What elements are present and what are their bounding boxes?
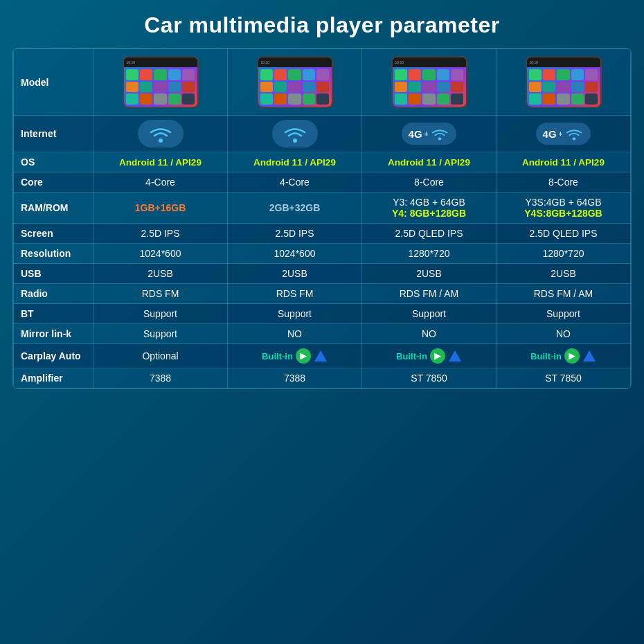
carplay-col2: Built-in ▶: [228, 344, 362, 368]
internet-col4: 4G +: [497, 116, 631, 152]
bt-row: BT Support Support Support Support: [14, 304, 631, 324]
svg-point-1: [293, 138, 297, 143]
model-label: Model: [14, 49, 93, 116]
svg-point-3: [573, 137, 575, 140]
model-col2: 10:10: [228, 49, 362, 116]
resolution-label: Resolution: [14, 244, 93, 264]
ramrom-col2: 2GB+32GB: [228, 193, 362, 224]
svg-marker-6: [583, 350, 596, 361]
bt-col1: Support: [93, 304, 228, 324]
usb-label: USB: [14, 264, 93, 284]
internet-label: Internet: [14, 116, 93, 152]
resolution-col2: 1024*600: [228, 244, 362, 264]
carplay-nav-icon2: [448, 350, 462, 362]
core-col1: 4-Core: [93, 172, 228, 193]
radio-col4: RDS FM / AM: [497, 284, 631, 304]
comparison-table: Model 10:10: [12, 48, 632, 389]
internet-row: Internet: [14, 116, 631, 152]
core-label: Core: [14, 172, 93, 193]
model-col3: 10:10: [362, 49, 497, 116]
carplay-col1: Optional: [93, 344, 228, 368]
carplay-nav-icon: [314, 350, 328, 362]
core-col4: 8-Core: [497, 172, 631, 193]
radio-col1: RDS FM: [93, 284, 228, 304]
screen-col4: 2.5D QLED IPS: [497, 224, 631, 244]
usb-col3: 2USB: [362, 264, 497, 284]
radio-col3: RDS FM / AM: [362, 284, 497, 304]
resolution-row: Resolution 1024*600 1024*600 1280*720 12…: [14, 244, 631, 264]
resolution-col3: 1280*720: [362, 244, 497, 264]
bt-col3: Support: [362, 304, 497, 324]
carplay-nav-icon3: [582, 350, 596, 362]
mirror-row: Mirror lin-k Support NO NO NO: [14, 324, 631, 344]
screen-label: Screen: [14, 224, 93, 244]
bt-col2: Support: [228, 304, 362, 324]
amplifier-col1: 7388: [93, 368, 228, 388]
screen-row: Screen 2.5D IPS 2.5D IPS 2.5D QLED IPS 2…: [14, 224, 631, 244]
core-col3: 8-Core: [362, 172, 497, 193]
carplay-play-icon3: ▶: [564, 348, 580, 364]
bt-col4: Support: [497, 304, 631, 324]
amplifier-col3: ST 7850: [362, 368, 497, 388]
model-row: Model 10:10: [14, 49, 631, 116]
mirror-col4: NO: [497, 324, 631, 344]
svg-marker-4: [314, 350, 327, 361]
os-col1: Android 11 / API29: [93, 152, 228, 172]
carplay-row: Carplay Auto Optional Built-in ▶ Built-i…: [14, 344, 631, 368]
amplifier-col4: ST 7850: [497, 368, 631, 388]
resolution-col4: 1280*720: [497, 244, 631, 264]
page-title: Car multimedia player parameter: [144, 12, 499, 38]
screen-col2: 2.5D IPS: [228, 224, 362, 244]
resolution-col1: 1024*600: [93, 244, 228, 264]
internet-col3: 4G +: [362, 116, 497, 152]
os-row: OS Android 11 / API29 Android 11 / API29…: [14, 152, 631, 172]
usb-col4: 2USB: [497, 264, 631, 284]
usb-col1: 2USB: [93, 264, 228, 284]
core-row: Core 4-Core 4-Core 8-Core 8-Core: [14, 172, 631, 193]
carplay-col4: Built-in ▶: [497, 344, 631, 368]
svg-marker-5: [449, 350, 461, 361]
svg-point-0: [159, 138, 163, 143]
screen-col1: 2.5D IPS: [93, 224, 228, 244]
svg-point-2: [438, 137, 441, 140]
amplifier-label: Amplifier: [14, 368, 93, 388]
ramrom-label: RAM/ROM: [14, 193, 93, 224]
mirror-label: Mirror lin-k: [14, 324, 93, 344]
radio-label: Radio: [14, 284, 93, 304]
carplay-label: Carplay Auto: [14, 344, 93, 368]
model-col4: 10:10: [497, 49, 631, 116]
internet-col2: [228, 116, 362, 152]
ramrom-col4: Y3S:4GB + 64GB Y4S:8GB+128GB: [497, 193, 631, 224]
radio-row: Radio RDS FM RDS FM RDS FM / AM RDS FM /…: [14, 284, 631, 304]
internet-col1: [93, 116, 228, 152]
os-label: OS: [14, 152, 93, 172]
mirror-col1: Support: [93, 324, 228, 344]
os-col4: Android 11 / API29: [497, 152, 631, 172]
carplay-play-icon: ▶: [296, 348, 311, 364]
radio-col2: RDS FM: [228, 284, 362, 304]
amplifier-col2: 7388: [228, 368, 362, 388]
amplifier-row: Amplifier 7388 7388 ST 7850 ST 7850: [14, 368, 631, 388]
os-col2: Android 11 / API29: [228, 152, 362, 172]
model-col1: 10:10: [93, 49, 228, 116]
ramrom-col1: 1GB+16GB: [93, 193, 228, 224]
ramrom-row: RAM/ROM 1GB+16GB 2GB+32GB Y3: 4GB + 64GB…: [14, 193, 631, 224]
carplay-play-icon2: ▶: [430, 348, 445, 364]
mirror-col2: NO: [228, 324, 362, 344]
carplay-col3: Built-in ▶: [362, 344, 497, 368]
bt-label: BT: [14, 304, 93, 324]
screen-col3: 2.5D QLED IPS: [362, 224, 497, 244]
mirror-col3: NO: [362, 324, 497, 344]
usb-row: USB 2USB 2USB 2USB 2USB: [14, 264, 631, 284]
core-col2: 4-Core: [228, 172, 362, 193]
ramrom-col3: Y3: 4GB + 64GB Y4: 8GB+128GB: [362, 193, 497, 224]
usb-col2: 2USB: [228, 264, 362, 284]
os-col3: Android 11 / API29: [362, 152, 497, 172]
